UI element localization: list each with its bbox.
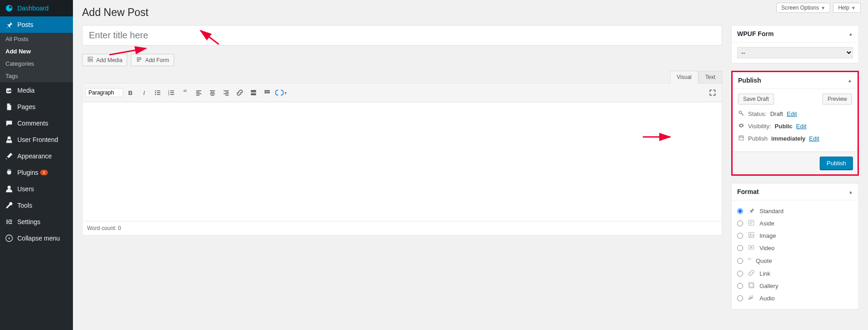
svg-rect-31 — [251, 92, 256, 93]
sidebar-item-users[interactable]: Users — [0, 181, 73, 197]
sidebar-item-media[interactable]: Media — [0, 82, 73, 99]
toolbar-toggle-button[interactable] — [261, 86, 274, 99]
svg-rect-26 — [223, 90, 228, 91]
format-option-quote[interactable]: “ Quote — [737, 254, 853, 267]
screen-options-button[interactable]: Screen Options ▼ — [776, 3, 831, 13]
format-radio[interactable] — [737, 283, 743, 289]
svg-point-8 — [155, 92, 156, 93]
sidebar-item-label: Users — [17, 185, 34, 193]
svg-text:3: 3 — [168, 94, 170, 96]
sidebar-item-posts[interactable]: Posts — [0, 16, 73, 33]
format-radio[interactable] — [737, 245, 743, 251]
svg-rect-24 — [210, 94, 215, 94]
sidebar-item-label: Collapse menu — [17, 235, 60, 242]
sidebar-item-comments[interactable]: Comments — [0, 115, 73, 131]
format-radio[interactable] — [737, 220, 743, 226]
fullscreen-button[interactable] — [706, 86, 719, 99]
blockquote-button[interactable]: “ — [179, 86, 191, 99]
save-draft-button[interactable]: Save Draft — [738, 94, 774, 105]
svg-rect-13 — [170, 90, 174, 91]
svg-rect-21 — [196, 95, 199, 96]
format-option-standard[interactable]: Standard — [737, 205, 853, 217]
tab-text[interactable]: Text — [698, 71, 722, 84]
svg-rect-29 — [225, 95, 228, 96]
format-option-video[interactable]: Video — [737, 242, 853, 254]
submenu-tags[interactable]: Tags — [0, 70, 73, 82]
sidebar-item-appearance[interactable]: Appearance — [0, 148, 73, 164]
page-icon — [5, 102, 14, 111]
readmore-button[interactable] — [247, 86, 260, 99]
format-radio[interactable] — [737, 258, 743, 264]
paragraph-select[interactable]: Paragraph — [85, 88, 123, 97]
tab-visual[interactable]: Visual — [670, 71, 698, 84]
sidebar-item-pages[interactable]: Pages — [0, 99, 73, 115]
sidebar-item-dashboard[interactable]: Dashboard — [0, 0, 73, 16]
admin-sidebar: Dashboard Posts All Posts Add New Catego… — [0, 0, 73, 330]
svg-rect-27 — [225, 92, 228, 93]
svg-rect-32 — [251, 94, 256, 95]
sidebar-item-plugins[interactable]: Plugins 2 — [0, 164, 73, 181]
user-frontend-icon — [5, 135, 14, 144]
edit-visibility-link[interactable]: Edit — [796, 123, 806, 130]
svg-rect-36 — [264, 92, 266, 93]
submenu-categories[interactable]: Categories — [0, 58, 73, 70]
svg-point-0 — [7, 186, 10, 189]
align-left-button[interactable] — [192, 86, 205, 99]
svg-rect-4 — [137, 59, 141, 60]
align-center-button[interactable] — [206, 86, 219, 99]
preview-button[interactable]: Preview — [822, 94, 852, 105]
bold-button[interactable]: B — [124, 86, 137, 99]
format-radio[interactable] — [737, 271, 743, 277]
format-option-link[interactable]: Link — [737, 267, 853, 280]
format-radio[interactable] — [737, 233, 743, 239]
help-button[interactable]: Help ▼ — [833, 3, 861, 13]
svg-rect-28 — [223, 94, 228, 94]
bullet-list-button[interactable] — [151, 86, 164, 99]
chevron-up-icon: ▲ — [847, 78, 852, 83]
sidebar-collapse[interactable]: Collapse menu — [0, 230, 73, 246]
publish-metabox: Publish ▲ Save Draft Preview Status: Dra… — [731, 71, 859, 176]
sidebar-item-settings[interactable]: Settings — [0, 214, 73, 230]
numbered-list-button[interactable]: 123 — [165, 86, 178, 99]
svg-rect-38 — [268, 92, 269, 93]
add-media-button[interactable]: Add Media — [82, 54, 127, 66]
italic-button[interactable]: I — [138, 86, 150, 99]
align-right-button[interactable] — [220, 86, 232, 99]
wpuf-form-metabox: WPUF Form ▲ -- — [731, 25, 859, 63]
sidebar-item-label: Appearance — [17, 152, 52, 160]
add-form-button[interactable]: Add Form — [131, 54, 174, 66]
publish-button[interactable]: Publish — [820, 157, 853, 170]
wpuf-form-toggle[interactable]: WPUF Form ▲ — [732, 26, 858, 42]
wpuf-form-select[interactable]: -- — [737, 47, 853, 58]
editor-textarea[interactable] — [83, 102, 722, 221]
sidebar-item-user-frontend[interactable]: User Frontend — [0, 131, 73, 148]
svg-rect-25 — [211, 95, 214, 96]
format-option-gallery[interactable]: Gallery — [737, 280, 853, 292]
format-option-audio[interactable]: Audio — [737, 292, 853, 304]
chevron-down-icon: ▼ — [821, 5, 826, 10]
edit-status-link[interactable]: Edit — [787, 110, 797, 117]
submenu-all-posts[interactable]: All Posts — [0, 33, 73, 45]
format-toggle[interactable]: Format ▲ — [732, 183, 858, 200]
format-option-aside[interactable]: Aside — [737, 217, 853, 230]
sidebar-item-tools[interactable]: Tools — [0, 197, 73, 214]
submenu-add-new[interactable]: Add New — [0, 45, 73, 58]
format-option-image[interactable]: Image — [737, 230, 853, 242]
distraction-free-button[interactable]: ▾ — [274, 86, 287, 99]
page-title: Add New Post — [82, 6, 859, 19]
media-icon — [87, 56, 93, 64]
format-icon — [748, 282, 755, 290]
format-radio[interactable] — [737, 208, 743, 214]
svg-rect-23 — [211, 92, 214, 93]
svg-point-10 — [155, 94, 156, 95]
link-button[interactable] — [233, 86, 246, 99]
svg-rect-9 — [157, 92, 160, 93]
post-title-input[interactable] — [82, 25, 722, 46]
edit-publish-date-link[interactable]: Edit — [809, 135, 819, 142]
chevron-up-icon: ▲ — [848, 31, 853, 37]
svg-point-43 — [750, 234, 751, 235]
sidebar-item-label: User Frontend — [17, 136, 58, 143]
format-radio[interactable] — [737, 295, 743, 301]
svg-rect-17 — [170, 94, 174, 95]
publish-toggle[interactable]: Publish ▲ — [733, 72, 858, 89]
